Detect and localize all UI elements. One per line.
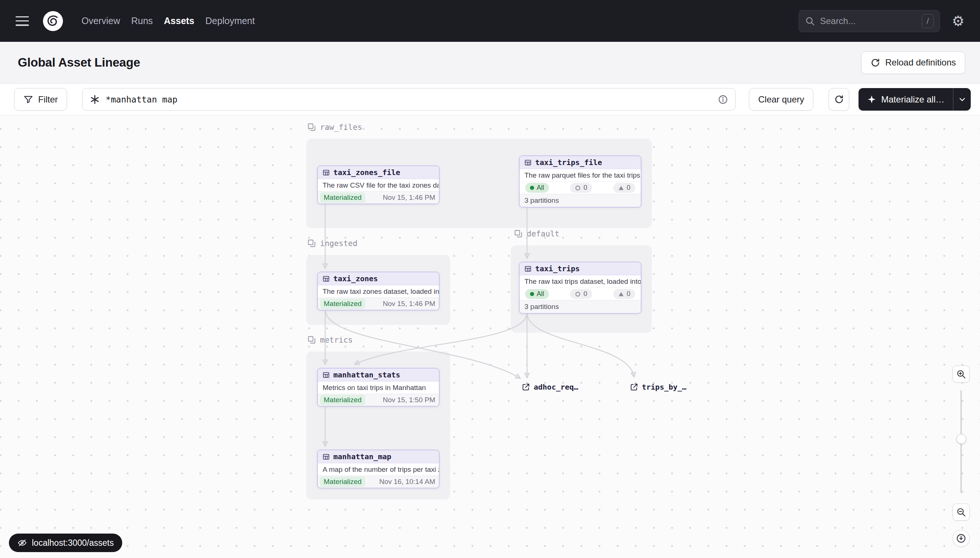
asset-node-manhattan-stats[interactable]: manhattan_stats Metrics on taxi trips in… [317, 368, 440, 407]
zoom-in-icon [956, 369, 966, 379]
asset-node-header: manhattan_stats [318, 369, 439, 381]
ring-icon [575, 291, 581, 297]
download-icon [956, 533, 966, 543]
materialized-timestamp: Nov 15, 1:50 PM [382, 396, 435, 404]
materialized-chip: Materialized [320, 192, 365, 203]
menu-icon[interactable] [16, 16, 29, 26]
asset-footer: Materialized Nov 15, 1:46 PM [318, 191, 439, 204]
global-search[interactable]: / [799, 10, 940, 32]
zoom-out-button[interactable] [953, 504, 970, 520]
asset-node-manhattan-map[interactable]: manhattan_map A map of the number of tri… [317, 450, 440, 488]
info-icon[interactable] [718, 94, 728, 105]
asset-footer: Materialized Nov 15, 1:50 PM [318, 394, 439, 406]
partitions-failed-pill: 0 [570, 183, 592, 193]
asset-node-taxi-zones[interactable]: taxi_zones The raw taxi zones dataset, l… [317, 272, 440, 310]
lineage-toolbar: Filter Clear query Materialize all… [0, 84, 980, 115]
asset-description: Metrics on taxi trips in Manhattan [318, 381, 439, 394]
triangle-icon [618, 185, 624, 191]
asset-graph-icon [90, 94, 100, 105]
nav-item-overview[interactable]: Overview [81, 16, 120, 26]
asset-node-header: taxi_zones [318, 272, 439, 285]
clear-query-button[interactable]: Clear query [749, 88, 813, 111]
asset-node-taxi-trips[interactable]: taxi_trips The raw taxi trips dataset, l… [519, 262, 641, 314]
table-icon [322, 169, 330, 177]
table-icon [322, 371, 330, 379]
zoom-slider-thumb[interactable] [956, 434, 966, 444]
refresh-icon [834, 94, 844, 104]
zoom-out-icon [956, 507, 966, 517]
materialize-all-label: Materialize all… [881, 94, 944, 105]
refresh-graph-button[interactable] [828, 88, 849, 111]
external-link-icon [522, 382, 530, 392]
download-view-button[interactable] [953, 530, 970, 547]
materialize-all-button[interactable]: Materialize all… [858, 88, 953, 111]
materialized-timestamp: Nov 15, 1:46 PM [382, 300, 435, 308]
lineage-canvas[interactable]: raw_files ingested default metrics taxi_… [0, 115, 980, 558]
asset-selection-input-wrap[interactable] [82, 88, 736, 111]
asset-node-taxi-trips-file[interactable]: taxi_trips_file The raw parquet files fo… [519, 156, 641, 208]
asset-description: The raw CSV file for the taxi zones dat… [318, 179, 439, 191]
external-asset-label: trips_by_… [642, 382, 686, 392]
asset-name: taxi_zones [333, 274, 378, 283]
filter-button[interactable]: Filter [14, 88, 67, 111]
table-icon [322, 275, 330, 283]
asset-node-header: manhattan_map [318, 450, 439, 463]
asset-description: The raw taxi trips dataset, loaded into … [520, 275, 641, 287]
dagster-logo-icon[interactable] [42, 10, 64, 32]
partitions-footer: 3 partitions [520, 300, 641, 313]
eye-slash-icon [17, 538, 27, 548]
status-url: localhost:3000/assets [32, 538, 114, 548]
partition-status-row: All 0 0 [520, 181, 641, 194]
materialize-dropdown-button[interactable] [953, 88, 971, 111]
browser-status-bar: localhost:3000/assets [9, 533, 122, 552]
external-link-icon [630, 382, 639, 392]
asset-description: The raw parquet files for the taxi trips… [520, 169, 641, 181]
external-asset-adhoc-request[interactable]: adhoc_req… [522, 382, 578, 392]
materialized-chip: Materialized [320, 299, 365, 309]
page-title: Global Asset Lineage [18, 56, 140, 70]
partitions-missing-pill: 0 [613, 289, 635, 299]
materialized-chip: Materialized [320, 477, 365, 487]
materialized-timestamp: Nov 15, 1:46 PM [382, 194, 435, 202]
nav-item-runs[interactable]: Runs [131, 16, 153, 26]
lineage-edges [0, 115, 980, 558]
materialized-chip: Materialized [320, 395, 365, 405]
asset-node-header: taxi_trips [520, 263, 641, 275]
asset-node-taxi-zones-file[interactable]: taxi_zones_file The raw CSV file for the… [317, 166, 440, 204]
asset-node-header: taxi_trips_file [520, 156, 641, 169]
green-dot-icon [530, 186, 534, 190]
nav-item-assets[interactable]: Assets [164, 16, 194, 26]
asset-name: taxi_trips [535, 264, 580, 273]
asset-node-header: taxi_zones_file [318, 166, 439, 179]
reload-definitions-button[interactable]: Reload definitions [861, 51, 965, 74]
nav-item-deployment[interactable]: Deployment [206, 16, 255, 26]
search-shortcut-badge: / [922, 14, 934, 28]
clear-query-label: Clear query [758, 94, 804, 105]
table-icon [524, 265, 532, 273]
external-asset-trips-by[interactable]: trips_by_… [630, 382, 686, 392]
search-icon [805, 16, 815, 26]
partitions-missing-pill: 0 [613, 183, 635, 193]
partitions-all-pill: All [525, 183, 549, 193]
asset-selection-input[interactable] [105, 95, 712, 104]
asset-footer: Materialized Nov 15, 1:46 PM [318, 297, 439, 310]
search-input[interactable] [820, 16, 917, 26]
refresh-icon [870, 58, 880, 68]
settings-gear-icon[interactable]: ⚙ [952, 14, 964, 28]
ring-icon [575, 185, 581, 191]
filter-label: Filter [38, 94, 58, 105]
asset-description: A map of the number of trips per taxi z… [318, 463, 439, 476]
green-dot-icon [530, 292, 534, 296]
asset-footer: Materialized Nov 16, 10:14 AM [318, 476, 439, 488]
partitions-all-pill: All [525, 289, 549, 299]
external-asset-label: adhoc_req… [534, 382, 578, 392]
asset-name: manhattan_map [333, 452, 392, 461]
table-icon [322, 453, 330, 461]
chevron-down-icon [958, 95, 967, 104]
partition-status-row: All 0 0 [520, 287, 641, 300]
triangle-icon [618, 291, 624, 297]
materialized-timestamp: Nov 16, 10:14 AM [379, 478, 435, 486]
asset-name: taxi_trips_file [535, 158, 602, 167]
zoom-in-button[interactable] [953, 366, 970, 382]
top-navbar: Overview Runs Assets Deployment / ⚙ [0, 0, 980, 42]
